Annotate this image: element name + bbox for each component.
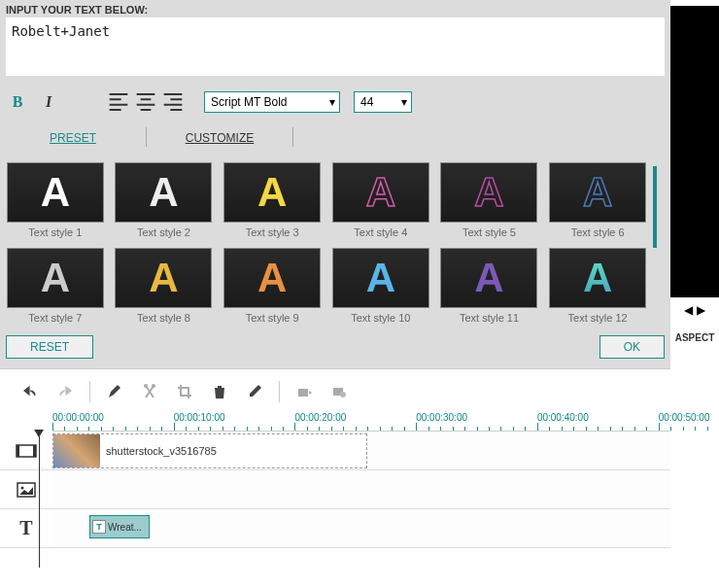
preview-viewport — [670, 6, 719, 297]
preset-label: Text style 2 — [137, 226, 190, 238]
align-center-button[interactable] — [134, 90, 157, 114]
preset-label: Text style 1 — [28, 226, 82, 238]
preset-label: Text style 11 — [460, 312, 519, 324]
italic-button[interactable]: I — [37, 90, 60, 114]
scrollbar[interactable] — [653, 166, 657, 248]
preset-thumbnail: A — [440, 248, 537, 308]
align-left-button[interactable] — [107, 90, 130, 114]
playhead[interactable] — [39, 432, 40, 568]
preset-glyph: A — [366, 169, 395, 216]
export-button[interactable] — [293, 381, 315, 402]
svg-point-4 — [340, 392, 346, 398]
preset-glyph: A — [149, 169, 178, 216]
preset-thumbnail: A — [440, 162, 537, 223]
preset-glyph: A — [41, 169, 70, 216]
preset-label: Text style 4 — [354, 226, 407, 238]
align-right-button[interactable] — [161, 90, 185, 114]
preset-thumbnail: A — [223, 248, 321, 308]
next-frame-button[interactable]: ▶ — [697, 303, 705, 317]
preset-item-3[interactable]: AText style 3 — [223, 162, 322, 238]
preset-glyph: A — [257, 255, 287, 301]
svg-point-0 — [144, 384, 148, 388]
reset-button[interactable]: RESET — [6, 335, 93, 359]
svg-rect-6 — [17, 445, 19, 457]
preset-label: Text style 5 — [462, 226, 516, 238]
ruler-mark: 00:00:00:00 — [52, 412, 104, 423]
text-track-icon: T — [0, 509, 52, 547]
prev-frame-button[interactable]: ◀ — [684, 303, 693, 317]
preset-item-9[interactable]: AText style 9 — [223, 248, 322, 324]
preset-glyph: A — [149, 255, 178, 301]
preset-glyph: A — [257, 169, 287, 216]
preset-thumbnail: A — [549, 162, 646, 223]
tab-customize[interactable]: CUSTOMIZE — [147, 127, 292, 149]
split-button[interactable] — [139, 381, 160, 402]
video-clip[interactable]: shutterstock_v3516785 — [52, 433, 367, 468]
preset-item-11[interactable]: AText style 11 — [440, 248, 539, 324]
clip-thumbnail — [53, 434, 100, 467]
preset-glyph: A — [41, 255, 70, 301]
preset-glyph: A — [474, 169, 503, 216]
text-clip-label: Wreat... — [108, 522, 142, 533]
undo-button[interactable] — [19, 381, 41, 402]
preset-label: Text style 8 — [137, 312, 190, 324]
bold-button[interactable]: B — [6, 90, 29, 114]
preset-item-1[interactable]: AText style 1 — [6, 162, 105, 238]
redo-button[interactable] — [54, 381, 76, 402]
preset-thumbnail: A — [7, 162, 104, 223]
preset-item-4[interactable]: AText style 4 — [331, 162, 430, 238]
divider — [292, 127, 293, 147]
text-toolbar: B I Script MT Bold ▾ 44 ▾ — [0, 83, 670, 121]
ruler-mark: 00:00:20:00 — [294, 412, 346, 423]
edit-button[interactable] — [104, 381, 125, 402]
eyedropper-button[interactable] — [244, 381, 265, 402]
preset-item-5[interactable]: AText style 5 — [440, 162, 539, 238]
preset-thumbnail: A — [115, 162, 212, 223]
font-value: Script MT Bold — [211, 95, 287, 109]
preset-thumbnail: A — [7, 248, 104, 308]
preset-glyph: A — [583, 169, 612, 216]
preset-item-2[interactable]: AText style 2 — [115, 162, 214, 238]
ruler-mark: 00:00:40:00 — [537, 412, 589, 423]
timeline-toolbar — [0, 368, 670, 410]
ok-button[interactable]: OK — [599, 335, 665, 359]
tabs: PRESET CUSTOMIZE — [0, 121, 670, 155]
timeline-ruler[interactable]: 00:00:00:0000:00:10:0000:00:20:0000:00:3… — [52, 410, 670, 432]
input-label: INPUT YOUR TEXT BELOW: — [6, 4, 665, 16]
preset-thumbnail: A — [332, 248, 429, 308]
preset-thumbnail: A — [223, 162, 321, 223]
font-family-select[interactable]: Script MT Bold ▾ — [204, 91, 340, 113]
preset-thumbnail: A — [549, 248, 646, 308]
delete-button[interactable] — [209, 381, 230, 402]
divider — [279, 381, 280, 402]
presets-area: AText style 1AText style 2AText style 3A… — [0, 155, 670, 328]
preset-item-7[interactable]: AText style 7 — [6, 248, 105, 324]
svg-point-9 — [21, 486, 24, 489]
image-track — [0, 470, 670, 509]
video-track: shutterstock_v3516785 — [0, 432, 670, 470]
clip-name: shutterstock_v3516785 — [100, 445, 223, 457]
preset-glyph: A — [366, 255, 395, 301]
svg-rect-7 — [33, 445, 36, 457]
image-track-icon — [0, 470, 52, 508]
action-row: RESET OK — [0, 328, 670, 368]
svg-point-1 — [152, 384, 155, 388]
text-input[interactable] — [6, 17, 665, 76]
settings-button[interactable] — [328, 381, 350, 402]
font-size-select[interactable]: 44 ▾ — [354, 91, 412, 113]
preset-item-10[interactable]: AText style 10 — [331, 248, 430, 324]
ruler-mark: 00:00:10:00 — [174, 412, 225, 423]
preset-item-6[interactable]: AText style 6 — [548, 162, 647, 238]
svg-rect-2 — [298, 389, 308, 397]
preset-item-8[interactable]: AText style 8 — [115, 248, 214, 324]
chevron-down-icon: ▾ — [401, 95, 407, 109]
tab-preset[interactable]: PRESET — [0, 127, 146, 149]
text-clip[interactable]: T Wreat... — [89, 515, 150, 538]
preset-label: Text style 12 — [568, 312, 628, 324]
preset-label: Text style 10 — [351, 312, 410, 324]
preset-thumbnail: A — [115, 248, 212, 308]
size-value: 44 — [360, 95, 373, 109]
crop-button[interactable] — [174, 381, 195, 402]
preset-item-12[interactable]: AText style 12 — [548, 248, 647, 324]
preset-label: Text style 7 — [28, 312, 82, 324]
